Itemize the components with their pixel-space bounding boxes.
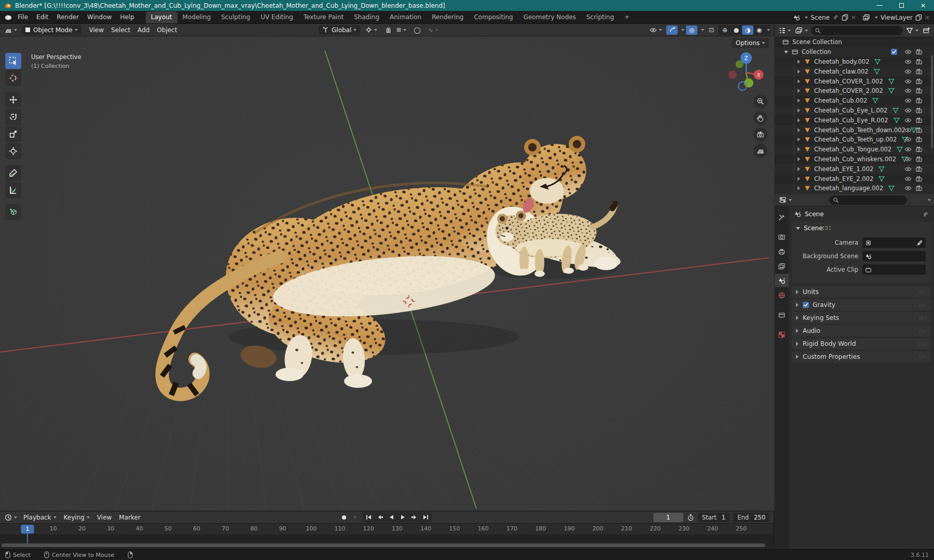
close-button[interactable]: ✕ [912,0,934,11]
hide-viewport-icon[interactable] [904,58,912,65]
mode-dropdown[interactable]: Object Mode [22,25,81,35]
outliner-row[interactable]: Cheetah_language.002 [775,184,934,193]
editor-type-timeline-icon[interactable] [2,513,20,522]
hide-viewport-icon[interactable] [904,146,912,153]
outliner-row[interactable]: Cheetah_Cub_whiskers.002 [775,155,934,164]
expand-icon[interactable] [798,60,800,64]
timeline-menu-keying[interactable]: Keying [60,512,93,523]
outliner-row[interactable]: Cheetah_Cub_Teeth_down.002 [775,125,934,135]
workspace-tab-sculpting[interactable]: Sculpting [216,11,255,23]
workspace-tab-modeling[interactable]: Modeling [177,11,216,23]
outliner-row[interactable]: Cheetah_Cub_Eye_L.002 [775,106,934,116]
tool-rotate-button[interactable] [5,109,21,125]
viewport-menu-object[interactable]: Object [153,25,181,35]
tool-select-box-button[interactable] [5,53,21,69]
panel-units[interactable]: Units∷∷ [792,286,931,298]
overlays-dropdown[interactable] [701,29,704,31]
overlays-toggle[interactable]: ◎ [686,25,697,35]
pivot-dropdown[interactable] [363,25,380,34]
active-clip-input[interactable] [862,264,926,275]
disable-render-icon[interactable] [915,185,923,192]
expand-icon[interactable] [784,51,788,53]
menu-window[interactable]: Window [83,11,116,23]
expand-icon[interactable] [798,137,800,142]
hide-viewport-icon[interactable] [904,117,912,124]
tool-scale-button[interactable] [5,126,21,142]
disable-render-icon[interactable] [915,48,923,55]
expand-icon[interactable] [798,147,800,151]
disable-render-icon[interactable] [915,107,923,114]
workspace-tab-geometry-nodes[interactable]: Geometry Nodes [518,11,581,23]
hide-viewport-icon[interactable] [904,107,912,114]
play-button[interactable] [397,513,408,522]
outliner-display-mode-icon[interactable] [794,26,809,35]
outliner-row-scene-collection[interactable]: Scene Collection [775,37,934,47]
new-collection-icon[interactable] [922,26,931,35]
expand-icon[interactable] [798,167,800,171]
disable-render-icon[interactable] [915,165,923,173]
shading-material-button[interactable]: ◑ [742,25,753,35]
panel-gravity[interactable]: Gravity∷∷ [792,299,931,311]
tool-add-cube-button[interactable] [5,204,21,220]
pin-icon[interactable] [832,14,839,21]
properties-tab-world[interactable] [775,288,789,302]
add-workspace-button[interactable]: + [619,11,635,23]
menu-file[interactable]: File [13,11,32,23]
outliner-row-collection[interactable]: Collection [775,47,934,57]
properties-tab-view-layer[interactable] [775,259,789,273]
workspace-tab-uv-editing[interactable]: UV Editing [255,11,298,23]
hide-viewport-icon[interactable] [904,185,912,192]
panel-audio[interactable]: Audio∷∷ [792,325,931,337]
outliner-row[interactable]: Cheetah_body.002 [775,57,934,67]
hide-viewport-icon[interactable] [904,175,912,183]
properties-tab-texture[interactable] [775,328,789,341]
viewport-menu-view[interactable]: View [86,25,107,35]
options-button[interactable]: Options [732,38,769,48]
tool-cursor-button[interactable] [5,70,21,86]
orientation-dropdown[interactable]: Global [319,25,360,35]
menu-help[interactable]: Help [116,11,138,23]
falloff-dropdown[interactable]: ∿ [425,25,441,35]
workspace-tab-shading[interactable]: Shading [349,11,384,23]
outliner-row[interactable]: Cheetah_Cub.002 [775,96,934,106]
shading-solid-button[interactable]: ● [731,25,742,35]
expand-icon[interactable] [798,99,800,103]
proportional-editing-toggle[interactable]: ◯ [411,25,423,35]
cheetah-model[interactable] [125,130,623,467]
workspace-tab-compositing[interactable]: Compositing [469,11,518,23]
outliner-row[interactable]: Cheetah_COVER_1.002 [775,76,934,86]
expand-icon[interactable] [798,89,800,93]
snap-target-dropdown[interactable]: ⊞ [396,26,408,34]
gizmos-toggle[interactable] [666,25,678,35]
orthographic-button[interactable] [753,144,767,158]
expand-icon[interactable] [798,177,800,181]
timeline-menu-playback[interactable]: Playback [20,512,60,523]
outliner-row[interactable]: Cheetah_EYE_1.002 [775,164,934,174]
menu-render[interactable]: Render [52,11,83,23]
pin-id-icon[interactable] [922,211,929,218]
frame-end-field[interactable]: End250 [733,513,770,522]
outliner-row[interactable]: Cheetah_claw.002 [775,66,934,76]
panel-custom-properties[interactable]: Custom Properties∷∷ [792,351,931,362]
camera-input[interactable] [862,237,926,248]
viewlayer-selector[interactable]: ViewLayer ✕ [862,13,930,21]
hide-viewport-icon[interactable] [904,156,912,163]
visibility-dropdown[interactable] [647,25,665,35]
properties-tab-collection[interactable] [775,308,789,321]
disable-render-icon[interactable] [915,58,923,65]
prev-keyframe-button[interactable] [375,513,385,522]
outliner-row[interactable]: Cheetah_Cub_Teeth_up.002 [775,135,934,145]
scene-panel-header[interactable]: Scene ∷∷ [792,222,931,234]
properties-options-dropdown[interactable] [928,199,931,201]
shading-rendered-button[interactable]: ◉ [753,25,765,35]
outliner-row[interactable]: Cheetah_EYE_2.002 [775,174,934,184]
tool-annotate-button[interactable] [5,165,21,181]
properties-tab-output[interactable] [775,245,789,258]
disable-render-icon[interactable] [915,175,923,183]
hide-viewport-icon[interactable] [904,68,912,75]
disable-render-icon[interactable] [915,136,923,143]
navigation-gizmo[interactable]: Z X [725,51,767,92]
properties-search-input[interactable] [829,195,907,205]
shading-wireframe-button[interactable]: ⊕ [719,25,731,35]
playhead-marker[interactable]: 1 [21,525,34,534]
